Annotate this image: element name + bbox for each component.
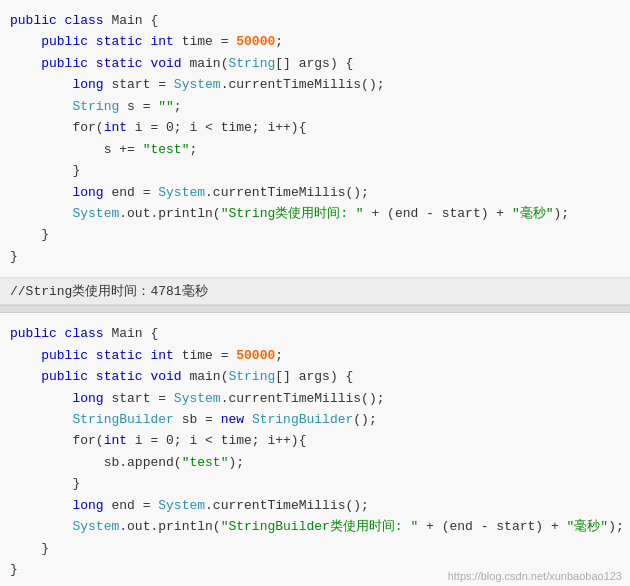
code-line: } <box>0 538 630 559</box>
main-container: public class Main { public static int ti… <box>0 0 630 586</box>
separator <box>0 305 630 313</box>
code-line: public class Main { <box>0 10 630 31</box>
watermark: https://blog.csdn.net/xunbaobao123 <box>448 570 622 582</box>
code-line: public class Main { <box>0 323 630 344</box>
code-line: } <box>0 224 630 245</box>
code-line: long end = System.currentTimeMillis(); <box>0 495 630 516</box>
code-line: for(int i = 0; i < time; i++){ <box>0 117 630 138</box>
code-line: System.out.println("String类使用时间: " + (en… <box>0 203 630 224</box>
code-line: } <box>0 160 630 181</box>
code-block-2: public class Main { public static int ti… <box>0 313 630 586</box>
code-line: long end = System.currentTimeMillis(); <box>0 182 630 203</box>
code-line: public static void main(String[] args) { <box>0 53 630 74</box>
code-line: } <box>0 473 630 494</box>
code-line: for(int i = 0; i < time; i++){ <box>0 430 630 451</box>
code-line: public static int time = 50000; <box>0 31 630 52</box>
code-line: sb.append("test"); <box>0 452 630 473</box>
code-block-1: public class Main { public static int ti… <box>0 0 630 278</box>
code-line: long start = System.currentTimeMillis(); <box>0 74 630 95</box>
code-line: public static int time = 50000; <box>0 345 630 366</box>
code-line: long start = System.currentTimeMillis(); <box>0 388 630 409</box>
code-line: public static void main(String[] args) { <box>0 366 630 387</box>
code-line: StringBuilder sb = new StringBuilder(); <box>0 409 630 430</box>
code-line: } <box>0 246 630 267</box>
output-1: //String类使用时间：4781毫秒 <box>0 278 630 305</box>
code-line: s += "test"; <box>0 139 630 160</box>
code-line: System.out.println("StringBuilder类使用时间: … <box>0 516 630 537</box>
code-line: String s = ""; <box>0 96 630 117</box>
